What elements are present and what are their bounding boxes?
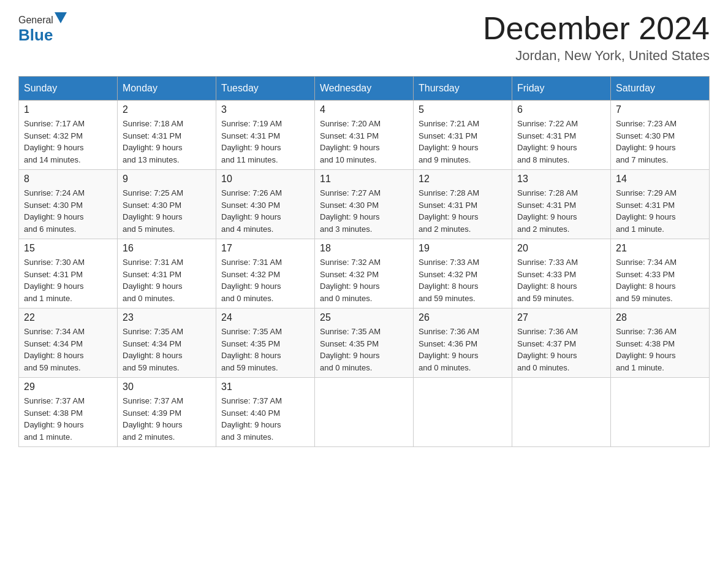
day-number: 18: [320, 243, 408, 254]
day-info: Sunrise: 7:25 AMSunset: 4:30 PMDaylight:…: [123, 187, 211, 235]
calendar-cell: [414, 378, 512, 447]
calendar-cell: 28 Sunrise: 7:36 AMSunset: 4:38 PMDaylig…: [611, 308, 710, 378]
day-info: Sunrise: 7:29 AMSunset: 4:31 PMDaylight:…: [616, 187, 704, 235]
day-info: Sunrise: 7:35 AMSunset: 4:35 PMDaylight:…: [320, 326, 408, 373]
calendar-cell: 26 Sunrise: 7:36 AMSunset: 4:36 PMDaylig…: [414, 308, 512, 378]
calendar-cell: 9 Sunrise: 7:25 AMSunset: 4:30 PMDayligh…: [118, 170, 216, 239]
header-friday: Friday: [512, 77, 611, 101]
calendar-cell: 6 Sunrise: 7:22 AMSunset: 4:31 PMDayligh…: [512, 101, 611, 170]
calendar-cell: [611, 378, 710, 447]
week-row-4: 22 Sunrise: 7:34 AMSunset: 4:34 PMDaylig…: [19, 308, 710, 378]
day-number: 31: [221, 381, 309, 393]
day-number: 3: [221, 104, 309, 115]
day-info: Sunrise: 7:28 AMSunset: 4:31 PMDaylight:…: [517, 187, 605, 235]
day-number: 17: [221, 243, 309, 254]
calendar-table: SundayMondayTuesdayWednesdayThursdayFrid…: [18, 76, 710, 447]
calendar-cell: 7 Sunrise: 7:23 AMSunset: 4:30 PMDayligh…: [611, 101, 710, 170]
day-info: Sunrise: 7:26 AMSunset: 4:30 PMDaylight:…: [221, 187, 309, 235]
day-number: 2: [123, 104, 211, 115]
calendar-cell: 10 Sunrise: 7:26 AMSunset: 4:30 PMDaylig…: [216, 170, 315, 239]
calendar-cell: 18 Sunrise: 7:32 AMSunset: 4:32 PMDaylig…: [315, 239, 414, 308]
day-number: 28: [616, 312, 704, 323]
day-info: Sunrise: 7:28 AMSunset: 4:31 PMDaylight:…: [419, 187, 507, 235]
day-info: Sunrise: 7:17 AMSunset: 4:32 PMDaylight:…: [24, 118, 112, 166]
day-number: 22: [24, 312, 112, 323]
calendar-cell: 11 Sunrise: 7:27 AMSunset: 4:30 PMDaylig…: [315, 170, 414, 239]
day-info: Sunrise: 7:23 AMSunset: 4:30 PMDaylight:…: [616, 118, 704, 166]
calendar-cell: 15 Sunrise: 7:30 AMSunset: 4:31 PMDaylig…: [19, 239, 118, 308]
month-title: December 2024: [483, 12, 710, 44]
calendar-cell: 22 Sunrise: 7:34 AMSunset: 4:34 PMDaylig…: [19, 308, 118, 378]
day-number: 20: [517, 243, 605, 254]
day-info: Sunrise: 7:32 AMSunset: 4:32 PMDaylight:…: [320, 256, 408, 304]
day-number: 21: [616, 243, 704, 254]
header: General Blue December 2024 Jordan, New Y…: [18, 12, 710, 64]
day-info: Sunrise: 7:37 AMSunset: 4:38 PMDaylight:…: [24, 395, 112, 443]
calendar-cell: [512, 378, 611, 447]
calendar-cell: 19 Sunrise: 7:33 AMSunset: 4:32 PMDaylig…: [414, 239, 512, 308]
day-info: Sunrise: 7:36 AMSunset: 4:37 PMDaylight:…: [517, 326, 605, 373]
calendar-cell: [315, 378, 414, 447]
logo-general-text: General: [18, 15, 53, 26]
day-info: Sunrise: 7:31 AMSunset: 4:32 PMDaylight:…: [221, 256, 309, 304]
week-row-1: 1 Sunrise: 7:17 AMSunset: 4:32 PMDayligh…: [19, 101, 710, 170]
week-row-3: 15 Sunrise: 7:30 AMSunset: 4:31 PMDaylig…: [19, 239, 710, 308]
calendar-cell: 30 Sunrise: 7:37 AMSunset: 4:39 PMDaylig…: [118, 378, 216, 447]
day-info: Sunrise: 7:30 AMSunset: 4:31 PMDaylight:…: [24, 256, 112, 304]
day-info: Sunrise: 7:22 AMSunset: 4:31 PMDaylight:…: [517, 118, 605, 166]
calendar-cell: 13 Sunrise: 7:28 AMSunset: 4:31 PMDaylig…: [512, 170, 611, 239]
header-sunday: Sunday: [19, 77, 118, 101]
day-info: Sunrise: 7:37 AMSunset: 4:39 PMDaylight:…: [123, 395, 211, 443]
header-wednesday: Wednesday: [315, 77, 414, 101]
location-title: Jordan, New York, United States: [483, 48, 710, 64]
calendar-cell: 24 Sunrise: 7:35 AMSunset: 4:35 PMDaylig…: [216, 308, 315, 378]
calendar-cell: 8 Sunrise: 7:24 AMSunset: 4:30 PMDayligh…: [19, 170, 118, 239]
day-info: Sunrise: 7:34 AMSunset: 4:34 PMDaylight:…: [24, 326, 112, 373]
calendar-cell: 16 Sunrise: 7:31 AMSunset: 4:31 PMDaylig…: [118, 239, 216, 308]
day-info: Sunrise: 7:36 AMSunset: 4:36 PMDaylight:…: [419, 326, 507, 373]
day-number: 29: [24, 381, 112, 393]
day-info: Sunrise: 7:33 AMSunset: 4:33 PMDaylight:…: [517, 256, 605, 304]
day-info: Sunrise: 7:18 AMSunset: 4:31 PMDaylight:…: [123, 118, 211, 166]
calendar-cell: 1 Sunrise: 7:17 AMSunset: 4:32 PMDayligh…: [19, 101, 118, 170]
day-number: 15: [24, 243, 112, 254]
calendar-cell: 3 Sunrise: 7:19 AMSunset: 4:31 PMDayligh…: [216, 101, 315, 170]
calendar-cell: 17 Sunrise: 7:31 AMSunset: 4:32 PMDaylig…: [216, 239, 315, 308]
day-number: 30: [123, 381, 211, 393]
logo-blue-text: Blue: [18, 26, 53, 45]
header-monday: Monday: [118, 77, 216, 101]
day-number: 26: [419, 312, 507, 323]
day-info: Sunrise: 7:31 AMSunset: 4:31 PMDaylight:…: [123, 256, 211, 304]
day-number: 11: [320, 174, 408, 185]
day-info: Sunrise: 7:37 AMSunset: 4:40 PMDaylight:…: [221, 395, 309, 443]
day-number: 14: [616, 174, 704, 185]
day-number: 6: [517, 104, 605, 115]
day-number: 10: [221, 174, 309, 185]
day-info: Sunrise: 7:35 AMSunset: 4:35 PMDaylight:…: [221, 326, 309, 373]
header-saturday: Saturday: [611, 77, 710, 101]
header-row: SundayMondayTuesdayWednesdayThursdayFrid…: [19, 77, 710, 101]
day-number: 8: [24, 174, 112, 185]
day-number: 23: [123, 312, 211, 323]
calendar-cell: 20 Sunrise: 7:33 AMSunset: 4:33 PMDaylig…: [512, 239, 611, 308]
day-number: 25: [320, 312, 408, 323]
calendar-cell: 29 Sunrise: 7:37 AMSunset: 4:38 PMDaylig…: [19, 378, 118, 447]
day-info: Sunrise: 7:34 AMSunset: 4:33 PMDaylight:…: [616, 256, 704, 304]
week-row-5: 29 Sunrise: 7:37 AMSunset: 4:38 PMDaylig…: [19, 378, 710, 447]
day-info: Sunrise: 7:36 AMSunset: 4:38 PMDaylight:…: [616, 326, 704, 373]
logo-arrow-icon: [55, 12, 67, 23]
day-number: 16: [123, 243, 211, 254]
day-number: 7: [616, 104, 704, 115]
day-info: Sunrise: 7:33 AMSunset: 4:32 PMDaylight:…: [419, 256, 507, 304]
calendar-cell: 23 Sunrise: 7:35 AMSunset: 4:34 PMDaylig…: [118, 308, 216, 378]
day-number: 1: [24, 104, 112, 115]
week-row-2: 8 Sunrise: 7:24 AMSunset: 4:30 PMDayligh…: [19, 170, 710, 239]
day-number: 12: [419, 174, 507, 185]
day-number: 13: [517, 174, 605, 185]
calendar-cell: 4 Sunrise: 7:20 AMSunset: 4:31 PMDayligh…: [315, 101, 414, 170]
day-info: Sunrise: 7:27 AMSunset: 4:30 PMDaylight:…: [320, 187, 408, 235]
calendar-cell: 25 Sunrise: 7:35 AMSunset: 4:35 PMDaylig…: [315, 308, 414, 378]
header-tuesday: Tuesday: [216, 77, 315, 101]
day-number: 24: [221, 312, 309, 323]
day-info: Sunrise: 7:21 AMSunset: 4:31 PMDaylight:…: [419, 118, 507, 166]
